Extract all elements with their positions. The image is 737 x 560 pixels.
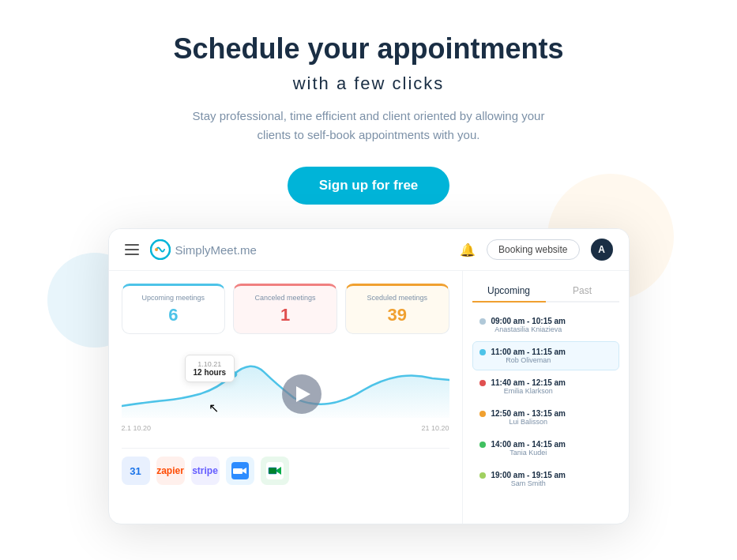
appt-time: 11:40 am - 12:15 am	[491, 378, 566, 387]
app-header: SimplyMeet.me 🔔 Booking website A	[109, 229, 629, 271]
tab-upcoming[interactable]: Upcoming	[472, 280, 546, 303]
appointment-item[interactable]: 11:00 am - 11:15 am Rob Oliveman	[472, 341, 619, 370]
app-mockup: SimplyMeet.me 🔔 Booking website A Upcomi	[108, 228, 630, 524]
tab-past[interactable]: Past	[546, 280, 619, 301]
chart-label-left: 2.1 10.20	[122, 424, 152, 432]
appt-name: Rob Oliveman	[491, 356, 566, 364]
appt-name: Lui Balisson	[491, 418, 566, 426]
chart-label-right: 21 10.20	[421, 424, 449, 432]
appt-time: 11:00 am - 11:15 am	[491, 348, 566, 356]
appt-dot	[479, 472, 486, 479]
appointment-item[interactable]: 19:00 am - 19:15 am Sam Smith	[472, 464, 619, 494]
stat-scheduled-label: Sceduled meetings	[355, 294, 439, 302]
appt-name: Emilia Klarkson	[491, 387, 566, 395]
logo-area: SimplyMeet.me	[150, 239, 257, 260]
logo-icon	[150, 239, 171, 260]
appt-name: Sam Smith	[491, 479, 566, 487]
integrations-row: 31 zapier stripe	[122, 448, 449, 488]
avatar: A	[591, 239, 613, 261]
stats-row: Upcoming meetings 6 Canceled meetings 1 …	[122, 284, 449, 334]
hamburger-icon[interactable]	[125, 244, 139, 255]
booking-website-button[interactable]: Booking website	[487, 239, 579, 260]
appt-name: Anastasilia Kniazieva	[491, 325, 566, 333]
appt-dot	[479, 349, 486, 355]
svg-point-1	[155, 248, 158, 251]
stat-upcoming: Upcoming meetings 6	[122, 284, 226, 334]
stat-upcoming-value: 6	[132, 305, 216, 325]
appt-name: Tania Kudei	[491, 449, 566, 457]
app-header-right: 🔔 Booking website A	[460, 239, 612, 261]
appt-time: 19:00 am - 19:15 am	[491, 471, 566, 479]
appointment-item[interactable]: 14:00 am - 14:15 am Tania Kudei	[472, 434, 619, 463]
hero-section: Schedule your appointments with a few cl…	[0, 0, 737, 540]
chart-tooltip: 1.10.21 12 hours	[185, 355, 235, 382]
app-left-panel: Upcoming meetings 6 Canceled meetings 1 …	[109, 271, 463, 524]
stat-canceled-label: Canceled meetings	[243, 294, 327, 302]
appt-time: 09:00 am - 10:15 am	[491, 317, 566, 325]
appointment-item[interactable]: 12:50 am - 13:15 am Lui Balisson	[472, 403, 619, 432]
appt-dot	[479, 318, 486, 325]
chart-tooltip-date: 1.10.21	[194, 360, 227, 368]
hero-description: Stay professional, time efficient and cl…	[179, 107, 558, 145]
appt-dot	[479, 380, 486, 386]
appointment-list: 09:00 am - 10:15 am Anastasilia Kniaziev…	[472, 310, 619, 494]
play-button[interactable]	[282, 374, 321, 414]
appt-time: 12:50 am - 13:15 am	[491, 409, 566, 418]
logo-text: SimplyMeet.me	[175, 243, 257, 257]
appt-time: 14:00 am - 14:15 am	[491, 440, 566, 449]
app-main-content: Upcoming meetings 6 Canceled meetings 1 …	[109, 271, 629, 524]
chart-labels: 2.1 10.20 21 10.20	[122, 424, 449, 432]
play-triangle-icon	[296, 386, 310, 402]
stat-canceled-value: 1	[243, 305, 327, 325]
appointment-item[interactable]: 11:40 am - 12:15 am Emilia Klarkson	[472, 372, 619, 401]
app-right-panel: Upcoming Past 09:00 am - 10:15 am Anasta…	[463, 271, 629, 524]
stat-upcoming-label: Upcoming meetings	[132, 294, 216, 302]
bell-icon[interactable]: 🔔	[460, 242, 476, 257]
stat-scheduled-value: 39	[355, 305, 439, 325]
chart-area: 1.10.21 12 hours	[122, 347, 449, 442]
appt-dot	[479, 442, 486, 448]
zoom-icon[interactable]	[226, 457, 254, 485]
appointment-item[interactable]: 09:00 am - 10:15 am Anastasilia Kniaziev…	[472, 310, 619, 340]
stat-canceled: Canceled meetings 1	[233, 284, 337, 334]
stripe-icon[interactable]: stripe	[191, 457, 220, 485]
hero-subtitle: with a few clicks	[16, 73, 721, 94]
cta-button[interactable]: Sign up for free	[288, 167, 450, 205]
google-meet-icon[interactable]	[261, 457, 289, 485]
appt-dot	[479, 411, 486, 417]
zapier-icon[interactable]: zapier	[156, 457, 185, 485]
tabs-row: Upcoming Past	[472, 280, 619, 303]
google-calendar-icon[interactable]: 31	[122, 457, 150, 485]
hero-title: Schedule your appointments	[16, 32, 721, 66]
stat-scheduled: Sceduled meetings 39	[345, 284, 449, 334]
chart-tooltip-hours: 12 hours	[194, 368, 227, 377]
